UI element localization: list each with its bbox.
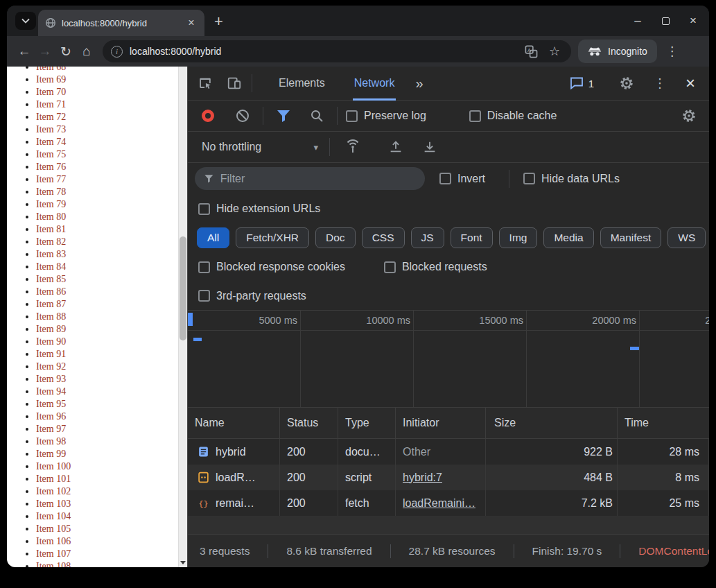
window-close-icon[interactable]: ×: [688, 14, 698, 28]
search-icon[interactable]: [305, 104, 329, 128]
home-icon[interactable]: ⌂: [76, 41, 97, 62]
filter-input[interactable]: [220, 173, 416, 185]
third-party-requests-checkbox[interactable]: 3rd-party requests: [198, 290, 306, 302]
list-item: Item 87: [36, 298, 177, 311]
browser-tab[interactable]: localhost:8000/hybrid ×: [38, 10, 204, 36]
blocked-requests-checkbox[interactable]: Blocked requests: [384, 261, 487, 273]
table-row[interactable]: loadR…200scripthybrid:7484 B8 ms: [188, 465, 709, 490]
maximize-icon[interactable]: [661, 17, 670, 25]
overview-gridline: [526, 311, 527, 407]
more-panels-icon[interactable]: »: [415, 76, 423, 92]
hide-extension-urls-checkbox[interactable]: Hide extension URLs: [198, 202, 320, 215]
inspect-icon[interactable]: [193, 71, 217, 95]
browser-toolbar: ← → ↻ ⌂ i localhost:8000/hybrid A ☆ Inco…: [7, 36, 709, 67]
incognito-icon: [588, 46, 602, 57]
throttling-value: No throttling: [202, 141, 261, 153]
issues-counter[interactable]: 1: [570, 77, 594, 89]
divider: [268, 544, 268, 558]
hide-data-urls-checkbox[interactable]: Hide data URLs: [523, 173, 620, 185]
throttling-dropdown[interactable]: No throttling ▾: [202, 141, 318, 153]
filter-input-box[interactable]: [195, 167, 425, 190]
bookmark-star-icon[interactable]: ☆: [546, 44, 563, 59]
browser-menu-icon[interactable]: ⋮: [664, 44, 681, 59]
import-har-icon[interactable]: [384, 135, 408, 159]
filter-chip-manifest[interactable]: Manifest: [600, 227, 662, 248]
list-item: Item 77: [36, 173, 177, 186]
network-settings-icon[interactable]: [677, 104, 701, 128]
table-row[interactable]: {}remai…200fetchloadRemaini…7.2 kB25 ms: [188, 490, 709, 516]
checkbox-box: [198, 290, 210, 302]
cell-name[interactable]: loadR…: [188, 465, 280, 490]
overview-gridline: [413, 311, 414, 407]
filter-chip-ws[interactable]: WS: [667, 227, 706, 248]
resources-size: 28.7 kB resources: [409, 545, 496, 557]
list-item: Item 95: [36, 398, 177, 410]
cell-name[interactable]: {}remai…: [188, 490, 280, 516]
back-icon[interactable]: ←: [14, 41, 35, 62]
checkbox-box: [469, 110, 481, 122]
down-triangle-icon: [180, 561, 186, 567]
filter-chip-font[interactable]: Font: [451, 227, 493, 248]
filter-chip-img[interactable]: Img: [499, 227, 538, 248]
devtools-close-icon[interactable]: ×: [679, 71, 702, 95]
cell-initiator[interactable]: loadRemaini…: [396, 490, 486, 516]
list-item: Item 101: [36, 473, 177, 485]
overview[interactable]: 5000 ms10000 ms15000 ms20000 ms25000 ms: [188, 311, 709, 408]
info-icon[interactable]: i: [111, 46, 123, 58]
divider: [514, 544, 514, 558]
list-item: Item 79: [36, 198, 177, 211]
filter-chip-doc[interactable]: Doc: [315, 227, 356, 248]
column-header-time[interactable]: Time: [618, 408, 709, 438]
filter-chip-media[interactable]: Media: [543, 227, 593, 248]
column-header-type[interactable]: Type: [338, 408, 396, 438]
filter-chip-fetch-xhr[interactable]: Fetch/XHR: [236, 227, 309, 248]
content-area: Item 68Item 69Item 70Item 71Item 72Item …: [7, 67, 709, 567]
initiator-text[interactable]: hybrid:7: [403, 472, 442, 484]
tab-network[interactable]: Network: [353, 67, 396, 101]
disable-cache-checkbox[interactable]: Disable cache: [469, 110, 557, 122]
column-header-status[interactable]: Status: [280, 408, 338, 438]
scrollbar-down-button[interactable]: [179, 557, 187, 567]
translate-icon[interactable]: A: [523, 45, 539, 58]
blocked-response-cookies-checkbox[interactable]: Blocked response cookies: [198, 261, 345, 273]
network-conditions-icon[interactable]: [341, 135, 365, 159]
checkbox-box: [384, 261, 396, 273]
filter-chip-all[interactable]: All: [197, 227, 229, 248]
list-item: Item 89: [36, 323, 177, 336]
reload-icon[interactable]: ↻: [55, 41, 76, 62]
initiator-text[interactable]: loadRemaini…: [403, 497, 475, 510]
overview-tick-label: 5000 ms: [242, 315, 297, 326]
address-bar[interactable]: i localhost:8000/hybrid A ☆: [103, 40, 571, 62]
tab-search-button[interactable]: [15, 12, 36, 30]
export-har-icon[interactable]: [418, 135, 442, 159]
overview-tick-label: 25000 ms: [694, 315, 709, 326]
forward-icon[interactable]: →: [35, 41, 55, 62]
divider: [337, 107, 338, 125]
filter-chip-css[interactable]: CSS: [362, 227, 405, 248]
new-tab-button[interactable]: +: [214, 12, 223, 31]
list-item: Item 86: [36, 286, 177, 298]
cell-initiator[interactable]: hybrid:7: [396, 465, 486, 490]
column-header-initiator[interactable]: Initiator: [396, 408, 486, 438]
checkbox-box: [439, 173, 451, 184]
invert-checkbox[interactable]: Invert: [439, 173, 485, 185]
preserve-log-checkbox[interactable]: Preserve log: [346, 110, 426, 122]
overview-tick-label: 20000 ms: [581, 315, 636, 326]
filter-chip-js[interactable]: JS: [411, 227, 444, 248]
page-scrollbar[interactable]: [178, 67, 187, 567]
table-row[interactable]: hybrid200docu…Other922 B28 ms: [188, 439, 709, 465]
divider: [390, 544, 391, 558]
tab-elements[interactable]: Elements: [277, 67, 326, 101]
tab-close-icon[interactable]: ×: [185, 17, 198, 29]
filter-toggle-icon[interactable]: [272, 104, 295, 128]
clear-icon[interactable]: [231, 104, 254, 128]
devtools-menu-icon[interactable]: ⋮: [648, 71, 672, 95]
scrollbar-thumb[interactable]: [180, 236, 186, 340]
device-toolbar-icon[interactable]: [222, 71, 246, 95]
minimize-icon[interactable]: –: [633, 14, 643, 28]
devtools-settings-icon[interactable]: [615, 71, 638, 95]
column-header-size[interactable]: Size: [486, 408, 618, 438]
column-header-name[interactable]: Name: [188, 408, 280, 438]
record-button[interactable]: [202, 110, 214, 122]
cell-name[interactable]: hybrid: [188, 439, 280, 465]
